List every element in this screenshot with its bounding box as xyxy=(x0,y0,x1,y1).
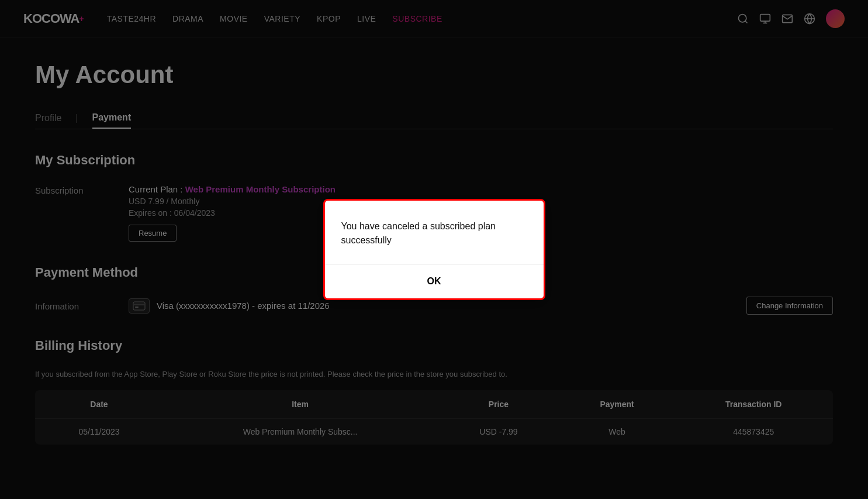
modal-message: You have canceled a subscribed plan succ… xyxy=(341,219,527,247)
modal-overlay: You have canceled a subscribed plan succ… xyxy=(0,0,868,499)
modal-box: You have canceled a subscribed plan succ… xyxy=(323,199,545,300)
modal-actions: OK xyxy=(341,264,527,298)
modal-ok-button[interactable]: OK xyxy=(413,274,455,289)
